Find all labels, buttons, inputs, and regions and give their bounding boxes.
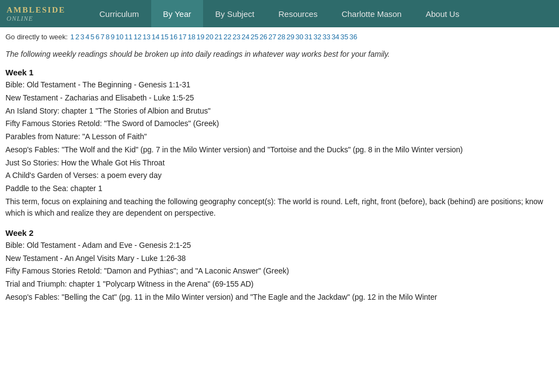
reading-item: An Island Story: chapter 1 "The Stories … bbox=[5, 105, 554, 117]
week-link-36[interactable]: 36 bbox=[349, 33, 357, 41]
week-link-19[interactable]: 19 bbox=[197, 33, 204, 41]
week-link-10[interactable]: 10 bbox=[116, 33, 123, 41]
week-link-24[interactable]: 24 bbox=[241, 33, 249, 41]
reading-item: Bible: Old Testament - The Beginning - G… bbox=[5, 79, 554, 91]
nav-item-charlotte-mason[interactable]: Charlotte Mason bbox=[330, 0, 414, 27]
nav-item-by-subject[interactable]: By Subject bbox=[203, 0, 266, 27]
week-link-25[interactable]: 25 bbox=[251, 33, 258, 41]
week-link-17[interactable]: 17 bbox=[179, 33, 186, 41]
logo-line1: AMBLESIDE bbox=[7, 5, 66, 15]
logo[interactable]: AMBLESIDE Online bbox=[0, 5, 87, 22]
reading-item: New Testament - Zacharias and Elisabeth … bbox=[5, 92, 554, 104]
week-nav-links: 1234567891011121314151617181920212223242… bbox=[70, 33, 358, 41]
week-link-11[interactable]: 11 bbox=[124, 33, 132, 41]
week-link-29[interactable]: 29 bbox=[287, 33, 294, 41]
weeks-container: Week 1Bible: Old Testament - The Beginni… bbox=[5, 68, 554, 303]
week-section-2: Week 2Bible: Old Testament - Adam and Ev… bbox=[5, 228, 554, 303]
week-link-33[interactable]: 33 bbox=[323, 33, 330, 41]
week-link-4[interactable]: 4 bbox=[85, 33, 89, 41]
nav-item-curriculum[interactable]: Curriculum bbox=[87, 0, 151, 27]
week-link-14[interactable]: 14 bbox=[152, 33, 159, 41]
week-link-8[interactable]: 8 bbox=[105, 33, 109, 41]
reading-item: Fifty Famous Stories Retold: "The Sword … bbox=[5, 118, 554, 130]
reading-item: New Testament - An Angel Visits Mary - L… bbox=[5, 253, 554, 265]
reading-item: Fifty Famous Stories Retold: "Damon and … bbox=[5, 265, 554, 277]
week-link-5[interactable]: 5 bbox=[91, 33, 94, 41]
reading-item: Just So Stories: How the Whale Got His T… bbox=[5, 157, 554, 169]
week-link-35[interactable]: 35 bbox=[341, 33, 348, 41]
main-nav: CurriculumBy YearBy SubjectResourcesChar… bbox=[87, 0, 559, 27]
week-link-9[interactable]: 9 bbox=[111, 33, 115, 41]
week-link-15[interactable]: 15 bbox=[160, 33, 168, 41]
week-section-1: Week 1Bible: Old Testament - The Beginni… bbox=[5, 68, 554, 219]
week-link-28[interactable]: 28 bbox=[277, 33, 285, 41]
week-link-16[interactable]: 16 bbox=[170, 33, 177, 41]
week-link-3[interactable]: 3 bbox=[80, 33, 84, 41]
week-navigation: Go directly to week: 1234567891011121314… bbox=[5, 31, 554, 43]
reading-item: Paddle to the Sea: chapter 1 bbox=[5, 183, 554, 195]
site-header: AMBLESIDE Online CurriculumBy YearBy Sub… bbox=[0, 0, 559, 27]
week-link-26[interactable]: 26 bbox=[259, 33, 267, 41]
nav-item-by-year[interactable]: By Year bbox=[151, 0, 204, 27]
week-link-20[interactable]: 20 bbox=[206, 33, 213, 41]
week-link-30[interactable]: 30 bbox=[295, 33, 303, 41]
week-link-34[interactable]: 34 bbox=[331, 33, 339, 41]
week-link-31[interactable]: 31 bbox=[305, 33, 312, 41]
week-link-18[interactable]: 18 bbox=[188, 33, 195, 41]
week-link-23[interactable]: 23 bbox=[233, 33, 240, 41]
reading-item: Aesop's Fables: "The Wolf and the Kid" (… bbox=[5, 144, 554, 156]
week-link-22[interactable]: 22 bbox=[224, 33, 231, 41]
intro-text: The following weekly readings should be … bbox=[5, 49, 554, 60]
reading-item: This term, focus on explaining and teach… bbox=[5, 196, 554, 219]
reading-item: Parables from Nature: "A Lesson of Faith… bbox=[5, 131, 554, 143]
week-link-7[interactable]: 7 bbox=[100, 33, 104, 41]
logo-line2: Online bbox=[7, 15, 66, 22]
week-link-6[interactable]: 6 bbox=[96, 33, 99, 41]
reading-item: Bible: Old Testament - Adam and Eve - Ge… bbox=[5, 240, 554, 252]
nav-item-about-us[interactable]: About Us bbox=[414, 0, 472, 27]
page-content: Go directly to week: 1234567891011121314… bbox=[0, 27, 559, 317]
week-link-32[interactable]: 32 bbox=[313, 33, 321, 41]
week-link-13[interactable]: 13 bbox=[142, 33, 150, 41]
reading-item: Aesop's Fables: "Belling the Cat" (pg. 1… bbox=[5, 292, 554, 304]
week-link-2[interactable]: 2 bbox=[75, 33, 79, 41]
week-link-21[interactable]: 21 bbox=[215, 33, 222, 41]
week-nav-prefix: Go directly to week: bbox=[5, 33, 68, 41]
reading-item: A Child's Garden of Verses: a poem every… bbox=[5, 170, 554, 182]
week-link-12[interactable]: 12 bbox=[134, 33, 141, 41]
reading-item: Trial and Triumph: chapter 1 "Polycarp W… bbox=[5, 278, 554, 290]
week-title-1: Week 1 bbox=[5, 68, 554, 77]
week-link-27[interactable]: 27 bbox=[269, 33, 276, 41]
week-title-2: Week 2 bbox=[5, 228, 554, 237]
nav-item-resources[interactable]: Resources bbox=[266, 0, 330, 27]
week-link-1[interactable]: 1 bbox=[70, 33, 74, 41]
